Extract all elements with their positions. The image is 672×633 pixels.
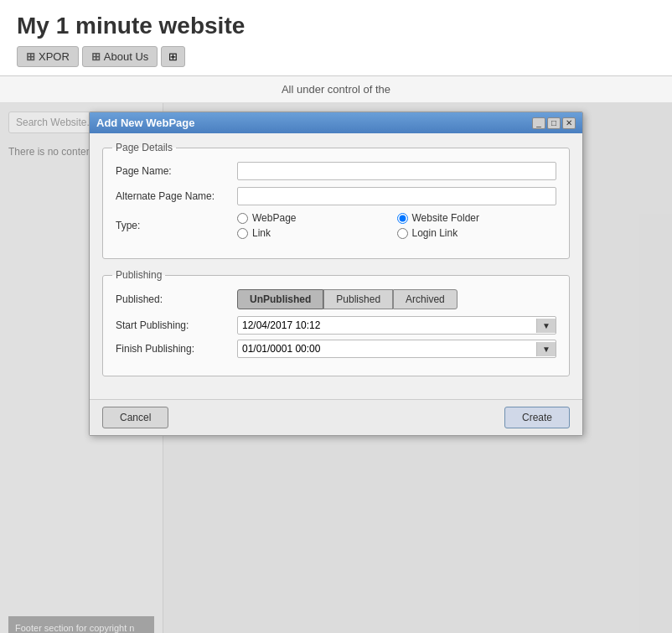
add-webpage-dialog: Add New WebPage _ □ ✕ Page De bbox=[89, 112, 583, 436]
page-name-row: Page Name: bbox=[116, 162, 556, 180]
page-details-fieldset: Page Details Page Name: Alternate Page N… bbox=[102, 142, 570, 259]
restore-icon: □ bbox=[551, 118, 556, 127]
alt-page-name-row: Alternate Page Name: bbox=[116, 187, 556, 205]
nav-tabs: ⊞ XPOR ⊞ About Us ⊞ bbox=[17, 46, 655, 67]
dialog-footer: Cancel Create bbox=[90, 399, 582, 435]
type-website-folder-option: Website Folder bbox=[397, 212, 557, 224]
type-login-link-label: Login Link bbox=[412, 227, 458, 239]
page-title: My 1 minute website bbox=[17, 13, 655, 39]
sub-header: All under control of the bbox=[0, 76, 672, 103]
type-link-option: Link bbox=[237, 227, 397, 239]
finish-publishing-dropdown[interactable]: ▼ bbox=[536, 342, 556, 356]
add-tab-icon: ⊞ bbox=[168, 50, 178, 63]
tab-xpor-label: XPOR bbox=[39, 50, 70, 63]
dialog-title: Add New WebPage bbox=[96, 117, 195, 129]
restore-button[interactable]: □ bbox=[547, 117, 561, 129]
dialog-content: Page Details Page Name: Alternate Page N… bbox=[90, 133, 582, 399]
type-link-radio[interactable] bbox=[237, 228, 248, 239]
type-webpage-label: WebPage bbox=[252, 212, 296, 224]
start-publishing-input[interactable] bbox=[238, 317, 536, 334]
type-link-label: Link bbox=[252, 227, 271, 239]
finish-publishing-label: Finish Publishing: bbox=[116, 343, 237, 355]
page-name-input[interactable] bbox=[237, 162, 556, 180]
sub-header-text: All under control of the bbox=[282, 83, 390, 96]
main-area: There is no content in this field. Foote… bbox=[0, 103, 672, 633]
start-publishing-dropdown[interactable]: ▼ bbox=[536, 319, 556, 333]
tab-about-us[interactable]: ⊞ About Us bbox=[82, 46, 158, 67]
cancel-button[interactable]: Cancel bbox=[102, 407, 168, 428]
published-button[interactable]: Published bbox=[323, 289, 393, 309]
close-icon: ✕ bbox=[566, 118, 572, 127]
dialog-overlay: Add New WebPage _ □ ✕ Page De bbox=[0, 103, 672, 633]
start-publishing-row: Start Publishing: ▼ bbox=[116, 316, 556, 335]
dialog-titlebar: Add New WebPage _ □ ✕ bbox=[90, 112, 582, 133]
type-options: WebPage Website Folder Link bbox=[237, 212, 556, 239]
tab-xpor[interactable]: ⊞ XPOR bbox=[17, 46, 79, 67]
type-label: Type: bbox=[116, 220, 237, 231]
type-webpage-radio[interactable] bbox=[237, 213, 248, 224]
dialog-controls: _ □ ✕ bbox=[532, 117, 576, 129]
tab-xpor-plus-icon: ⊞ bbox=[26, 50, 35, 63]
close-button[interactable]: ✕ bbox=[562, 117, 576, 129]
finish-publishing-input-wrap: ▼ bbox=[237, 340, 556, 358]
tab-about-plus-icon: ⊞ bbox=[91, 50, 101, 63]
start-publishing-input-wrap: ▼ bbox=[237, 316, 556, 335]
type-login-link-radio[interactable] bbox=[397, 228, 408, 239]
header: My 1 minute website ⊞ XPOR ⊞ About Us ⊞ bbox=[0, 0, 672, 76]
publish-button-group: UnPublished Published Archived bbox=[237, 289, 457, 309]
alt-page-name-input[interactable] bbox=[237, 187, 556, 205]
create-button[interactable]: Create bbox=[504, 407, 570, 428]
add-tab-button[interactable]: ⊞ bbox=[161, 46, 185, 67]
unpublished-button[interactable]: UnPublished bbox=[237, 289, 323, 309]
finish-publishing-row: Finish Publishing: ▼ bbox=[116, 340, 556, 358]
published-label: Published: bbox=[116, 293, 237, 305]
alt-page-name-label: Alternate Page Name: bbox=[116, 190, 237, 202]
type-website-folder-radio[interactable] bbox=[397, 213, 408, 224]
type-login-link-option: Login Link bbox=[397, 227, 557, 239]
page-name-label: Page Name: bbox=[116, 165, 237, 177]
tab-about-label: About Us bbox=[104, 50, 148, 63]
publishing-legend: Publishing bbox=[112, 269, 165, 281]
finish-publishing-input[interactable] bbox=[238, 340, 536, 357]
type-website-folder-label: Website Folder bbox=[412, 212, 479, 224]
archived-button[interactable]: Archived bbox=[393, 289, 457, 309]
published-row: Published: UnPublished Published Archive… bbox=[116, 289, 556, 309]
minimize-button[interactable]: _ bbox=[532, 117, 545, 129]
page-details-legend: Page Details bbox=[112, 142, 176, 153]
type-row: Type: WebPage Website Folder bbox=[116, 212, 556, 239]
start-publishing-label: Start Publishing: bbox=[116, 319, 237, 331]
minimize-icon: _ bbox=[536, 118, 541, 127]
publishing-fieldset: Publishing Published: UnPublished Publis… bbox=[102, 269, 570, 376]
type-webpage-option: WebPage bbox=[237, 212, 397, 224]
